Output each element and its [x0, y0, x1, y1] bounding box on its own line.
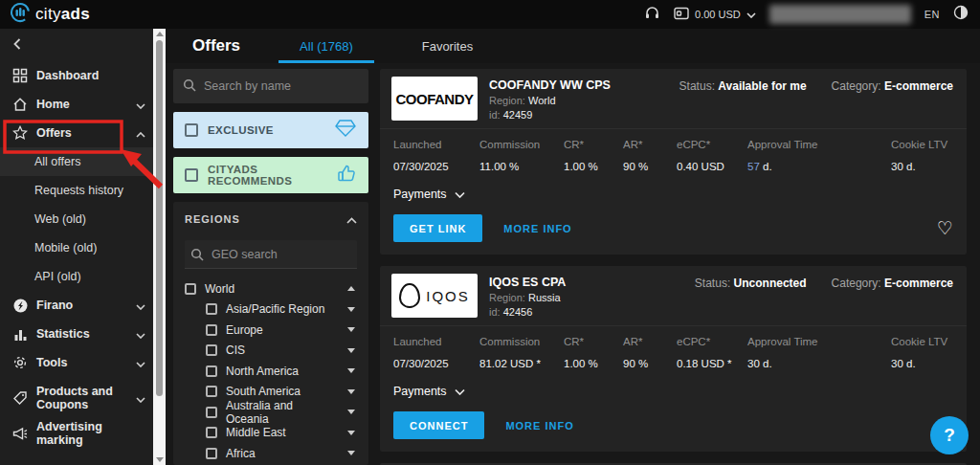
region-africa[interactable]: Africa — [185, 443, 357, 464]
balance-amount: 0.00 USD — [695, 9, 741, 20]
sidebar-item-dashboard[interactable]: Dashboard — [0, 61, 153, 90]
sidebar-item-mobile-old[interactable]: Mobile (old) — [0, 233, 153, 262]
sidebar-item-products-coupons[interactable]: Products and Coupons — [0, 377, 153, 419]
filter-cityads-recommends[interactable]: CITYADS RECOMMENDS — [173, 157, 368, 193]
connect-button[interactable]: CONNECT — [393, 411, 484, 439]
offer-search-box — [173, 69, 368, 103]
home-icon — [11, 96, 29, 113]
offer-stats: Launched07/30/2025 Commission11.00 % CR*… — [380, 129, 967, 176]
geo-search-box — [185, 240, 357, 269]
tab-favorites[interactable]: Favorites — [401, 29, 494, 63]
balance-dropdown[interactable]: 0.00 USD — [674, 7, 756, 22]
sidebar: Dashboard Home Offers All offers Request… — [0, 29, 153, 465]
wallet-icon — [674, 7, 689, 22]
firano-icon — [11, 297, 29, 314]
offers-list: COOFANDY COOFANDY WW CPS Region: World i… — [380, 69, 967, 465]
support-headset-icon[interactable] — [644, 5, 660, 25]
more-info-link[interactable]: MORE INFO — [505, 420, 573, 432]
region-checkbox[interactable] — [206, 303, 217, 315]
chevron-down-icon — [746, 9, 756, 20]
region-checkbox[interactable] — [206, 344, 217, 356]
scrollbar-thumb[interactable] — [156, 40, 163, 396]
exclusive-checkbox[interactable] — [185, 123, 198, 137]
thumbs-up-icon — [336, 163, 357, 188]
search-icon — [190, 248, 204, 265]
sidebar-item-offers[interactable]: Offers — [0, 119, 153, 147]
recommends-checkbox[interactable] — [185, 168, 198, 182]
chevron-up-icon — [136, 124, 145, 142]
regions-filter-panel: REGIONS World — [173, 202, 368, 465]
collapse-arrow-icon[interactable] — [347, 286, 355, 291]
offer-status: Status: Available for me — [679, 79, 807, 121]
chevron-down-icon — [136, 354, 145, 371]
sidebar-item-statistics[interactable]: Statistics — [0, 320, 153, 348]
more-info-link[interactable]: MORE INFO — [503, 223, 571, 234]
offer-title[interactable]: COOFANDY WW CPS — [489, 78, 611, 92]
geo-search-input[interactable] — [185, 240, 357, 268]
cityads-logo-icon — [10, 2, 31, 27]
chevron-down-icon — [455, 188, 465, 201]
region-asia-pacific[interactable]: Asia/Pacific Region — [185, 299, 357, 321]
region-cis[interactable]: CIS — [185, 341, 357, 362]
sidebar-item-api-old[interactable]: API (old) — [0, 262, 153, 291]
region-checkbox[interactable] — [206, 365, 217, 377]
scroll-down-arrow-icon[interactable] — [156, 457, 164, 462]
payments-toggle[interactable]: Payments — [380, 176, 967, 203]
diamond-icon — [334, 119, 357, 142]
region-world[interactable]: World — [185, 278, 357, 299]
bar-chart-icon — [11, 325, 29, 343]
cityads-logo[interactable]: cityads — [0, 2, 90, 27]
region-checkbox[interactable] — [206, 407, 217, 418]
account-info-blurred[interactable] — [769, 5, 911, 24]
help-button[interactable]: ? — [930, 416, 969, 454]
sidebar-item-tools[interactable]: Tools — [0, 348, 153, 377]
region-checkbox[interactable] — [206, 448, 217, 459]
get-link-button[interactable]: GET LINK — [393, 214, 482, 242]
favorite-heart-icon[interactable]: ♡ — [937, 219, 953, 237]
offer-stats: Launched07/30/2025 Commission81.02 USD *… — [380, 326, 967, 373]
collapse-sidebar-icon[interactable] — [13, 36, 21, 54]
region-checkbox[interactable] — [206, 386, 217, 397]
expand-arrow-icon[interactable] — [347, 451, 355, 455]
sidebar-item-requests-history[interactable]: Requests history — [0, 176, 153, 205]
expand-arrow-icon[interactable] — [347, 327, 355, 332]
cityads-logo-text: cityads — [35, 5, 90, 24]
region-checkbox[interactable] — [185, 283, 196, 295]
region-north-america[interactable]: North America — [185, 361, 357, 382]
region-checkbox[interactable] — [206, 427, 217, 438]
language-selector[interactable]: EN — [924, 9, 940, 20]
offer-category: Category: E-commerce — [832, 277, 953, 318]
expand-arrow-icon[interactable] — [347, 431, 355, 435]
sidebar-item-all-offers[interactable]: All offers — [0, 147, 153, 176]
offer-card-coofandy: COOFANDY COOFANDY WW CPS Region: World i… — [380, 69, 967, 255]
main-area: Offers All (1768) Favorites EXCLUSIVE — [166, 29, 980, 465]
star-icon — [11, 124, 29, 142]
offer-title[interactable]: IQOS ES CPA — [489, 276, 566, 289]
payments-toggle[interactable]: Payments — [380, 373, 967, 400]
gear-icon — [11, 354, 29, 371]
megaphone-icon — [11, 425, 29, 442]
region-australia-oceania[interactable]: Australia and Oceania — [185, 402, 357, 423]
region-europe[interactable]: Europe — [185, 320, 357, 341]
expand-arrow-icon[interactable] — [347, 389, 355, 394]
sidebar-item-advertising-marking[interactable]: Advertising marking — [0, 419, 153, 448]
expand-arrow-icon[interactable] — [347, 307, 355, 312]
expand-arrow-icon[interactable] — [347, 410, 355, 414]
sidebar-item-firano[interactable]: Firano — [0, 291, 153, 320]
expand-arrow-icon[interactable] — [347, 348, 355, 353]
sidebar-item-home[interactable]: Home — [0, 90, 153, 119]
offer-logo[interactable]: IQOS — [391, 274, 478, 318]
tab-all[interactable]: All (1768) — [278, 29, 374, 63]
offer-status: Status: Unconnected — [695, 277, 807, 318]
filters-panel: EXCLUSIVE CITYADS RECOMMENDS — [173, 69, 368, 465]
scroll-up-arrow-icon[interactable] — [156, 32, 164, 36]
expand-arrow-icon[interactable] — [347, 368, 355, 373]
regions-header[interactable]: REGIONS — [185, 202, 357, 236]
sidebar-scrollbar[interactable] — [153, 29, 166, 465]
offer-logo[interactable]: COOFANDY — [391, 77, 478, 121]
region-checkbox[interactable] — [206, 324, 217, 336]
sidebar-item-web-old[interactable]: Web (old) — [0, 205, 153, 233]
filter-exclusive[interactable]: EXCLUSIVE — [173, 112, 368, 148]
search-input[interactable] — [173, 69, 368, 103]
theme-contrast-icon[interactable] — [953, 5, 969, 24]
